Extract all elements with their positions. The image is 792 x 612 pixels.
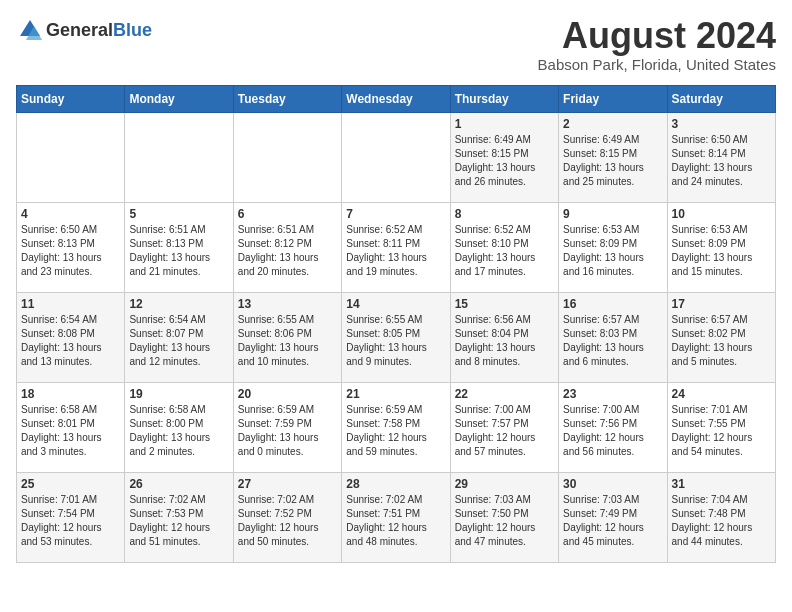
day-info: Sunrise: 7:00 AM Sunset: 7:57 PM Dayligh… bbox=[455, 403, 554, 459]
week-row-1: 1Sunrise: 6:49 AM Sunset: 8:15 PM Daylig… bbox=[17, 112, 776, 202]
day-cell: 4Sunrise: 6:50 AM Sunset: 8:13 PM Daylig… bbox=[17, 202, 125, 292]
weekday-header-friday: Friday bbox=[559, 85, 667, 112]
day-cell: 9Sunrise: 6:53 AM Sunset: 8:09 PM Daylig… bbox=[559, 202, 667, 292]
day-cell: 5Sunrise: 6:51 AM Sunset: 8:13 PM Daylig… bbox=[125, 202, 233, 292]
weekday-header-wednesday: Wednesday bbox=[342, 85, 450, 112]
day-cell: 19Sunrise: 6:58 AM Sunset: 8:00 PM Dayli… bbox=[125, 382, 233, 472]
day-info: Sunrise: 7:03 AM Sunset: 7:49 PM Dayligh… bbox=[563, 493, 662, 549]
day-cell: 12Sunrise: 6:54 AM Sunset: 8:07 PM Dayli… bbox=[125, 292, 233, 382]
day-cell: 3Sunrise: 6:50 AM Sunset: 8:14 PM Daylig… bbox=[667, 112, 775, 202]
day-cell: 7Sunrise: 6:52 AM Sunset: 8:11 PM Daylig… bbox=[342, 202, 450, 292]
day-cell: 17Sunrise: 6:57 AM Sunset: 8:02 PM Dayli… bbox=[667, 292, 775, 382]
day-number: 12 bbox=[129, 297, 228, 311]
weekday-header-thursday: Thursday bbox=[450, 85, 558, 112]
day-info: Sunrise: 7:00 AM Sunset: 7:56 PM Dayligh… bbox=[563, 403, 662, 459]
day-cell: 26Sunrise: 7:02 AM Sunset: 7:53 PM Dayli… bbox=[125, 472, 233, 562]
calendar-table: SundayMondayTuesdayWednesdayThursdayFrid… bbox=[16, 85, 776, 563]
day-number: 5 bbox=[129, 207, 228, 221]
day-info: Sunrise: 6:49 AM Sunset: 8:15 PM Dayligh… bbox=[563, 133, 662, 189]
day-cell: 22Sunrise: 7:00 AM Sunset: 7:57 PM Dayli… bbox=[450, 382, 558, 472]
day-number: 25 bbox=[21, 477, 120, 491]
day-number: 23 bbox=[563, 387, 662, 401]
day-number: 15 bbox=[455, 297, 554, 311]
day-info: Sunrise: 6:52 AM Sunset: 8:11 PM Dayligh… bbox=[346, 223, 445, 279]
day-cell: 30Sunrise: 7:03 AM Sunset: 7:49 PM Dayli… bbox=[559, 472, 667, 562]
day-number: 19 bbox=[129, 387, 228, 401]
day-info: Sunrise: 7:01 AM Sunset: 7:54 PM Dayligh… bbox=[21, 493, 120, 549]
day-info: Sunrise: 7:01 AM Sunset: 7:55 PM Dayligh… bbox=[672, 403, 771, 459]
day-number: 18 bbox=[21, 387, 120, 401]
weekday-header-tuesday: Tuesday bbox=[233, 85, 341, 112]
day-number: 20 bbox=[238, 387, 337, 401]
day-cell: 21Sunrise: 6:59 AM Sunset: 7:58 PM Dayli… bbox=[342, 382, 450, 472]
day-info: Sunrise: 6:50 AM Sunset: 8:13 PM Dayligh… bbox=[21, 223, 120, 279]
day-info: Sunrise: 6:49 AM Sunset: 8:15 PM Dayligh… bbox=[455, 133, 554, 189]
weekday-header-saturday: Saturday bbox=[667, 85, 775, 112]
day-info: Sunrise: 6:59 AM Sunset: 7:58 PM Dayligh… bbox=[346, 403, 445, 459]
day-cell: 24Sunrise: 7:01 AM Sunset: 7:55 PM Dayli… bbox=[667, 382, 775, 472]
day-number: 8 bbox=[455, 207, 554, 221]
day-info: Sunrise: 6:55 AM Sunset: 8:06 PM Dayligh… bbox=[238, 313, 337, 369]
day-info: Sunrise: 6:57 AM Sunset: 8:02 PM Dayligh… bbox=[672, 313, 771, 369]
day-info: Sunrise: 6:51 AM Sunset: 8:12 PM Dayligh… bbox=[238, 223, 337, 279]
day-cell bbox=[125, 112, 233, 202]
day-number: 28 bbox=[346, 477, 445, 491]
location-title: Babson Park, Florida, United States bbox=[538, 56, 776, 73]
day-info: Sunrise: 6:56 AM Sunset: 8:04 PM Dayligh… bbox=[455, 313, 554, 369]
day-number: 3 bbox=[672, 117, 771, 131]
day-cell: 29Sunrise: 7:03 AM Sunset: 7:50 PM Dayli… bbox=[450, 472, 558, 562]
day-number: 27 bbox=[238, 477, 337, 491]
day-info: Sunrise: 6:59 AM Sunset: 7:59 PM Dayligh… bbox=[238, 403, 337, 459]
day-number: 16 bbox=[563, 297, 662, 311]
day-info: Sunrise: 6:54 AM Sunset: 8:07 PM Dayligh… bbox=[129, 313, 228, 369]
day-cell: 10Sunrise: 6:53 AM Sunset: 8:09 PM Dayli… bbox=[667, 202, 775, 292]
day-info: Sunrise: 6:55 AM Sunset: 8:05 PM Dayligh… bbox=[346, 313, 445, 369]
day-number: 31 bbox=[672, 477, 771, 491]
week-row-2: 4Sunrise: 6:50 AM Sunset: 8:13 PM Daylig… bbox=[17, 202, 776, 292]
day-info: Sunrise: 7:02 AM Sunset: 7:52 PM Dayligh… bbox=[238, 493, 337, 549]
day-number: 7 bbox=[346, 207, 445, 221]
day-cell: 27Sunrise: 7:02 AM Sunset: 7:52 PM Dayli… bbox=[233, 472, 341, 562]
day-cell: 11Sunrise: 6:54 AM Sunset: 8:08 PM Dayli… bbox=[17, 292, 125, 382]
day-cell: 14Sunrise: 6:55 AM Sunset: 8:05 PM Dayli… bbox=[342, 292, 450, 382]
day-info: Sunrise: 6:58 AM Sunset: 8:00 PM Dayligh… bbox=[129, 403, 228, 459]
month-title: August 2024 bbox=[538, 16, 776, 56]
day-number: 1 bbox=[455, 117, 554, 131]
day-number: 6 bbox=[238, 207, 337, 221]
day-number: 11 bbox=[21, 297, 120, 311]
day-cell: 15Sunrise: 6:56 AM Sunset: 8:04 PM Dayli… bbox=[450, 292, 558, 382]
day-cell: 8Sunrise: 6:52 AM Sunset: 8:10 PM Daylig… bbox=[450, 202, 558, 292]
day-info: Sunrise: 6:51 AM Sunset: 8:13 PM Dayligh… bbox=[129, 223, 228, 279]
day-cell: 2Sunrise: 6:49 AM Sunset: 8:15 PM Daylig… bbox=[559, 112, 667, 202]
day-info: Sunrise: 6:57 AM Sunset: 8:03 PM Dayligh… bbox=[563, 313, 662, 369]
day-number: 26 bbox=[129, 477, 228, 491]
day-cell: 16Sunrise: 6:57 AM Sunset: 8:03 PM Dayli… bbox=[559, 292, 667, 382]
day-cell: 6Sunrise: 6:51 AM Sunset: 8:12 PM Daylig… bbox=[233, 202, 341, 292]
day-cell: 25Sunrise: 7:01 AM Sunset: 7:54 PM Dayli… bbox=[17, 472, 125, 562]
day-cell: 31Sunrise: 7:04 AM Sunset: 7:48 PM Dayli… bbox=[667, 472, 775, 562]
weekday-header-row: SundayMondayTuesdayWednesdayThursdayFrid… bbox=[17, 85, 776, 112]
day-number: 30 bbox=[563, 477, 662, 491]
day-info: Sunrise: 7:02 AM Sunset: 7:53 PM Dayligh… bbox=[129, 493, 228, 549]
day-number: 13 bbox=[238, 297, 337, 311]
day-info: Sunrise: 6:53 AM Sunset: 8:09 PM Dayligh… bbox=[672, 223, 771, 279]
day-info: Sunrise: 7:04 AM Sunset: 7:48 PM Dayligh… bbox=[672, 493, 771, 549]
day-number: 4 bbox=[21, 207, 120, 221]
week-row-5: 25Sunrise: 7:01 AM Sunset: 7:54 PM Dayli… bbox=[17, 472, 776, 562]
day-info: Sunrise: 7:02 AM Sunset: 7:51 PM Dayligh… bbox=[346, 493, 445, 549]
day-number: 2 bbox=[563, 117, 662, 131]
day-info: Sunrise: 6:54 AM Sunset: 8:08 PM Dayligh… bbox=[21, 313, 120, 369]
day-cell: 1Sunrise: 6:49 AM Sunset: 8:15 PM Daylig… bbox=[450, 112, 558, 202]
day-cell bbox=[233, 112, 341, 202]
day-number: 10 bbox=[672, 207, 771, 221]
day-number: 21 bbox=[346, 387, 445, 401]
day-cell: 18Sunrise: 6:58 AM Sunset: 8:01 PM Dayli… bbox=[17, 382, 125, 472]
week-row-4: 18Sunrise: 6:58 AM Sunset: 8:01 PM Dayli… bbox=[17, 382, 776, 472]
day-info: Sunrise: 6:58 AM Sunset: 8:01 PM Dayligh… bbox=[21, 403, 120, 459]
day-cell bbox=[342, 112, 450, 202]
logo-icon bbox=[16, 16, 44, 44]
day-info: Sunrise: 6:52 AM Sunset: 8:10 PM Dayligh… bbox=[455, 223, 554, 279]
day-cell: 28Sunrise: 7:02 AM Sunset: 7:51 PM Dayli… bbox=[342, 472, 450, 562]
weekday-header-monday: Monday bbox=[125, 85, 233, 112]
day-cell bbox=[17, 112, 125, 202]
